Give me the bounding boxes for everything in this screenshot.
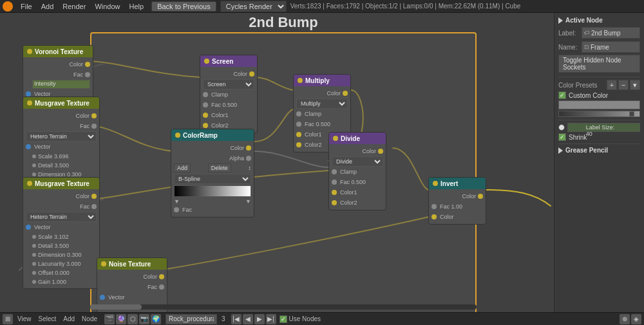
divide-color-out[interactable] [378,149,383,154]
noise-vector-row: Vector [100,292,164,302]
multiply-color1-in[interactable] [296,132,301,137]
menu-window[interactable]: Window [91,1,124,12]
musgrave2-type-select[interactable]: Hetero Terrain [26,212,97,222]
screen-color-out[interactable] [249,71,254,77]
colorramp-node[interactable]: ColorRamp Color Alpha Add Delete ↕ B-Spl… [171,129,254,218]
invert-fac-in[interactable] [431,204,437,209]
screen-fac-in[interactable] [203,102,208,107]
shrink-checkbox[interactable]: ✓ [558,133,566,141]
back-to-previous-button[interactable]: Back to Previous [151,1,216,12]
label-size-radio[interactable] [558,124,565,131]
color-hue-bar[interactable] [558,111,640,117]
colorramp-delete-btn[interactable]: Delete [208,163,231,172]
menu-add[interactable]: Add [37,1,58,12]
camera-icon[interactable]: 📷 [139,314,149,324]
multiply-color-out[interactable] [343,91,348,96]
multiply-fac-in[interactable] [296,122,301,127]
menu-render[interactable]: Render [59,1,90,12]
grease-pencil-collapse-icon[interactable] [558,147,563,154]
musgrave2-node-header: Musgrave Texture [23,178,99,189]
colorramp-gradient-bar[interactable] [174,185,251,197]
colorramp-node-header: ColorRamp [171,129,254,141]
material-icon[interactable]: 🔮 [116,314,126,324]
invert-color-in[interactable] [431,214,437,219]
musgrave2-node[interactable]: Musgrave Texture Color Fac Hetero Terrai… [23,177,100,289]
invert-node-header: Invert [429,178,486,189]
colorramp-fac-in[interactable] [174,207,179,212]
noise-vector-in[interactable] [100,295,105,300]
material-name-input[interactable] [166,314,217,324]
active-node-title: Active Node [558,17,640,24]
colorramp-alpha-out[interactable] [246,156,251,161]
play-fwd-icon[interactable]: ▶ [254,314,265,324]
node-icon[interactable]: ⬡ [128,314,138,324]
invert-color-out[interactable] [478,194,483,199]
color-presets-row: Color Presets + − ▾ [558,80,640,90]
node-editor[interactable]: 2nd Bump Voronoi Texture Color Fac I [0,13,554,312]
musgrave2-vector-in[interactable] [26,225,31,230]
divide-type-select[interactable]: Divide [332,156,383,167]
musgrave1-color-out[interactable] [91,113,97,118]
divide-color2-in[interactable] [332,200,337,205]
voronoi-vector-in[interactable] [26,91,31,97]
divide-fac-in[interactable] [332,180,337,185]
noise-fac-out[interactable] [159,284,164,290]
scroll-thumb[interactable] [90,304,142,310]
snap-icon[interactable]: ⊕ [620,314,630,324]
color-presets-remove-btn[interactable]: − [618,80,629,90]
color-picker-handle[interactable] [629,111,634,116]
screen-type-select[interactable]: Screen [203,79,254,89]
name-row: Name: ⊡ Frame [558,41,640,53]
use-nodes-checkbox[interactable]: ✓ [279,315,287,323]
colorramp-mode-select[interactable]: B-Spline [174,174,251,184]
colorramp-color-out[interactable] [246,145,251,151]
world-icon[interactable]: 🌍 [151,314,161,324]
divide-clamp-in[interactable] [332,169,337,174]
custom-color-checkbox[interactable]: ✓ [558,91,566,99]
color-swatch[interactable] [558,100,640,109]
multiply-clamp-in[interactable] [296,111,301,116]
jump-end-icon[interactable]: ▶| [266,314,276,324]
musgrave1-type-select[interactable]: Hetero Terrain [26,131,97,142]
node-label[interactable]: Node [79,315,100,322]
musgrave1-vector-in[interactable] [26,144,31,149]
view-label[interactable]: View [15,315,34,322]
active-node-collapse-icon[interactable] [558,17,563,24]
screen-clamp-in[interactable] [203,92,208,97]
colorramp-add-btn[interactable]: Add [174,163,191,172]
screen-color1-in[interactable] [203,113,208,118]
screen-node[interactable]: Screen Color Screen Clamp Fac 0.500 [200,55,258,133]
musgrave1-dot [27,100,32,106]
musgrave1-fac-out[interactable] [91,124,97,129]
toggle-sockets-button[interactable]: Toggle Hidden Node Sockets [558,55,640,73]
color-presets-add-btn[interactable]: + [607,80,617,90]
scroll-bar[interactable] [90,304,477,310]
voronoi-color-out[interactable] [85,62,90,67]
label-size-slider[interactable]: Label Size: 40 [567,123,640,132]
render-mode-select[interactable]: Cycles Render [220,1,287,12]
voronoi-intensity-field[interactable]: Intensity [32,80,90,89]
select-label[interactable]: Select [36,315,59,322]
play-back-icon[interactable]: ◀ [243,314,253,324]
add-label[interactable]: Add [61,315,77,322]
noise-color-out[interactable] [159,274,164,279]
menu-help[interactable]: Help [126,1,148,12]
multiply-color2-in[interactable] [296,142,301,147]
divide-node[interactable]: Divide Color Divide Clamp Fac 0.500 [328,132,386,210]
label-input[interactable]: 🏷 2nd Bump [582,27,640,39]
divide-color1-in[interactable] [332,190,337,195]
jump-start-icon[interactable]: |◀ [231,314,242,324]
screen-color2-in[interactable] [203,123,208,128]
color-presets-down-btn[interactable]: ▾ [630,80,640,90]
musgrave2-fac-out[interactable] [91,204,97,209]
view-icon[interactable]: ⊞ [3,314,13,324]
shrink-check-icon: ✓ [560,134,565,140]
name-input[interactable]: ⊡ Frame [582,41,640,53]
display-icon[interactable]: ◈ [631,314,641,324]
multiply-type-select[interactable]: Multiply [296,98,348,109]
invert-node[interactable]: Invert Color Fac 1.00 Color [428,177,486,225]
render-icon[interactable]: 🎬 [104,314,115,324]
voronoi-fac-out[interactable] [85,72,90,77]
musgrave2-color-out[interactable] [91,194,97,199]
menu-file[interactable]: File [17,1,36,12]
